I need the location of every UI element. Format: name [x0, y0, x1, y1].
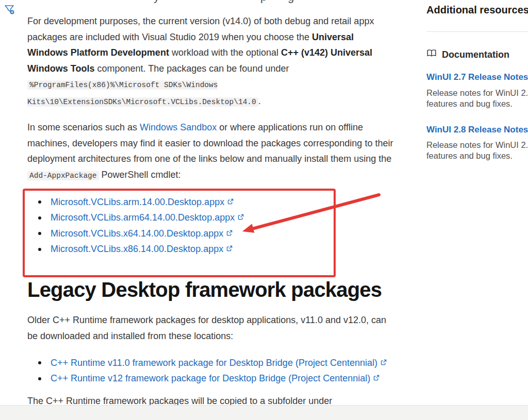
- footer-band: [0, 405, 528, 420]
- vclibs-download-list: Microsoft.VCLibs.arm.14.00.Desktop.appx …: [27, 194, 244, 257]
- paragraph-offline-scenarios: In some scenarios such as Windows Sandbo…: [27, 120, 397, 183]
- documentation-page: y p g For development purposes, the curr…: [0, 0, 528, 420]
- runtime-v11-link[interactable]: C++ Runtime v11.0 framework package for …: [51, 358, 387, 368]
- external-link-icon: [238, 214, 244, 220]
- sidebar-title: Additional resources: [426, 4, 528, 16]
- link-label: Microsoft.VCLibs.arm64.14.00.Desktop.app…: [51, 212, 235, 223]
- bullet-dot: [38, 248, 41, 251]
- inline-code-cmdlet: Add-AppxPackage: [27, 171, 99, 180]
- cropped-heading-line: y p g: [0, 0, 392, 4]
- vclibs-x64-link[interactable]: Microsoft.VCLibs.x64.14.00.Desktop.appx: [51, 228, 233, 239]
- sidebar-divider: [426, 31, 528, 32]
- external-link-icon: [227, 198, 234, 205]
- bullet-dot: [38, 200, 41, 204]
- vclibs-arm64-link[interactable]: Microsoft.VCLibs.arm64.14.00.Desktop.app…: [51, 212, 244, 223]
- paragraph-older-runtime: Older C++ Runtime framework packages for…: [27, 312, 397, 344]
- body-text: component. The packages can be found und…: [95, 63, 289, 74]
- bullet-dot: [38, 232, 41, 235]
- body-text: workload with the optional: [169, 47, 281, 58]
- winui28-description: Release notes for WinUI 2.8: [426, 140, 528, 150]
- list-item: Microsoft.VCLibs.arm64.14.00.Desktop.app…: [27, 210, 244, 226]
- documentation-label: Documentation: [442, 49, 509, 60]
- list-item: C++ Runtime v11.0 framework package for …: [27, 355, 387, 371]
- winui28-description: features and bug fixes.: [426, 151, 513, 161]
- winui27-description: features and bug fixes.: [426, 99, 513, 109]
- legacy-download-list: C++ Runtime v11.0 framework package for …: [27, 355, 387, 387]
- bullet-dot: [38, 361, 41, 364]
- winui28-release-notes-link[interactable]: WinUI 2.8 Release Notes -: [426, 125, 528, 135]
- vclibs-x86-link[interactable]: Microsoft.VCLibs.x86.14.00.Desktop.appx: [51, 244, 233, 255]
- vclibs-arm-link[interactable]: Microsoft.VCLibs.arm.14.00.Desktop.appx: [51, 197, 234, 208]
- body-text: PowerShell cmdlet:: [99, 170, 181, 180]
- link-label: C++ Runtime v11.0 framework package for …: [51, 358, 377, 368]
- winui27-description: Release notes for WinUI 2.7: [426, 88, 528, 98]
- link-label: C++ Runtime v12 framework package for De…: [51, 373, 370, 383]
- list-item: Microsoft.VCLibs.arm.14.00.Desktop.appx: [27, 194, 244, 210]
- bullet-dot: [38, 377, 41, 380]
- link-label: Microsoft.VCLibs.arm.14.00.Desktop.appx: [51, 197, 224, 207]
- body-text: .: [258, 96, 261, 106]
- list-item: Microsoft.VCLibs.x86.14.00.Desktop.appx: [27, 242, 244, 258]
- paragraph-dev-packages: For development purposes, the current ve…: [27, 13, 397, 110]
- body-text: In some scenarios such as: [27, 122, 140, 132]
- link-label: Microsoft.VCLibs.x86.14.00.Desktop.appx: [51, 244, 223, 254]
- cropped-glyph: g: [288, 0, 294, 4]
- documentation-section-header: Documentation: [426, 49, 509, 60]
- list-item: Microsoft.VCLibs.x64.14.00.Desktop.appx: [27, 226, 244, 242]
- cropped-glyph: y: [154, 0, 159, 4]
- external-link-icon: [226, 245, 233, 251]
- runtime-v12-link[interactable]: C++ Runtime v12 framework package for De…: [51, 373, 380, 384]
- list-item: C++ Runtime v12 framework package for De…: [27, 371, 387, 387]
- link-label: Microsoft.VCLibs.x64.14.00.Desktop.appx: [51, 228, 223, 239]
- external-link-icon: [226, 230, 233, 236]
- cropped-glyph: p: [260, 0, 267, 4]
- open-book-icon: [426, 49, 437, 60]
- external-link-icon: [373, 375, 380, 381]
- legacy-packages-heading: Legacy Desktop framework packages: [27, 277, 382, 303]
- inline-code-sdk-path: %ProgramFiles(x86)%\Microsoft SDKs\Windo…: [27, 80, 258, 107]
- bullet-dot: [38, 216, 41, 220]
- filter-settings-icon[interactable]: [4, 4, 16, 16]
- external-link-icon: [381, 359, 387, 365]
- windows-sandbox-link[interactable]: Windows Sandbox: [140, 122, 217, 132]
- winui27-release-notes-link[interactable]: WinUI 2.7 Release Notes -: [426, 72, 528, 82]
